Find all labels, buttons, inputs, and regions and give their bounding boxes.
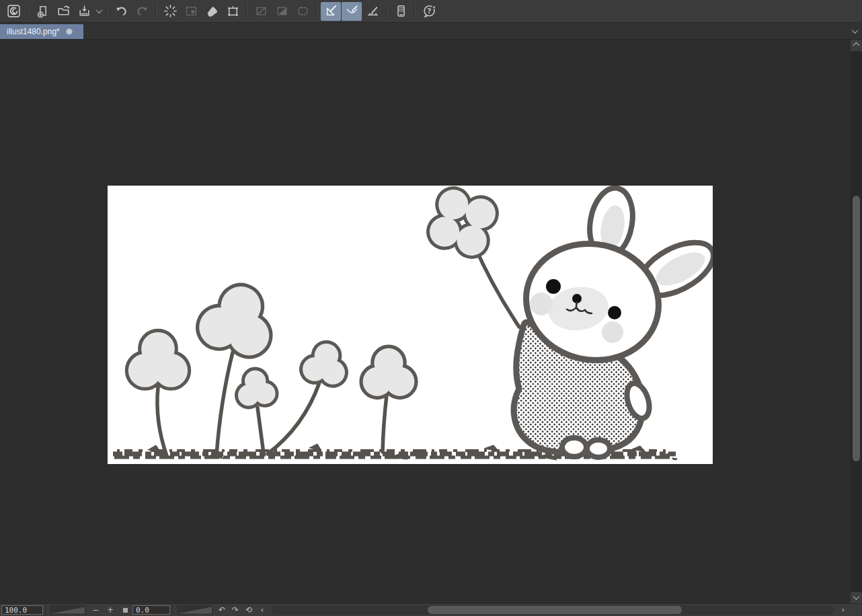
dashed-square-icon: [184, 4, 198, 18]
held-four-leaf-clover: [426, 186, 500, 260]
clear-button[interactable]: [160, 2, 180, 21]
scrollbar-corner: [850, 604, 862, 616]
zoom-slider[interactable]: [50, 605, 86, 615]
statusbar-separator: [172, 605, 173, 615]
chevron-down-icon: [853, 593, 860, 600]
zoom-out-button[interactable]: −: [88, 605, 103, 615]
rotate-right-button[interactable]: ↷: [229, 605, 242, 615]
status-bar: 100.0 − + 0.0 ↶ ↷ ⟲ ‹ ›: [0, 603, 862, 616]
selection-border-button[interactable]: [292, 2, 313, 21]
fill-button[interactable]: [202, 2, 222, 21]
reset-rotation-button[interactable]: ⟲: [242, 605, 256, 615]
open-folder-icon: [56, 4, 71, 18]
tab-label: illust1480.png*: [7, 27, 60, 36]
statusbar-separator: [45, 605, 46, 615]
open-file-button[interactable]: [53, 2, 73, 21]
tab-list-button[interactable]: [849, 26, 860, 36]
square-icon: [123, 608, 128, 613]
new-file-button[interactable]: [32, 2, 52, 21]
scroll-left-button[interactable]: ‹: [256, 605, 269, 615]
horizontal-scroll-thumb[interactable]: [428, 606, 682, 614]
toolbar-separator: [246, 3, 247, 20]
zoom-value-field[interactable]: 100.0: [1, 605, 43, 615]
scroll-up-button[interactable]: [851, 40, 862, 51]
invert-selection-icon: [275, 4, 289, 18]
deselect-icon: [254, 4, 268, 18]
rotation-value-field[interactable]: 0.0: [132, 605, 170, 615]
tab-illust1480[interactable]: illust1480.png*: [0, 24, 83, 39]
undo-arrow-icon: [114, 4, 128, 18]
snap-to-grid-button[interactable]: [362, 2, 383, 21]
chevron-down-icon: [95, 7, 102, 13]
chevron-up-icon: [853, 42, 860, 49]
snap-to-ruler-button[interactable]: [321, 2, 341, 21]
new-document-icon: [36, 4, 50, 18]
fill-wedge-icon: [205, 4, 219, 18]
toolbar-separator: [155, 3, 157, 20]
save-icon: [77, 4, 91, 18]
actual-size-button[interactable]: [118, 605, 132, 615]
smartphone-icon: [394, 4, 408, 18]
save-file-button[interactable]: [74, 2, 94, 21]
clear-outside-selection-button[interactable]: [181, 2, 201, 21]
toolbar-separator: [106, 3, 108, 20]
clover-group: [128, 278, 415, 407]
scroll-down-button[interactable]: [851, 592, 862, 603]
undo-button[interactable]: [111, 2, 131, 21]
csp-swirl-icon: [7, 4, 21, 18]
document-tab-bar: illust1480.png*: [0, 23, 862, 40]
canvas-area[interactable]: [0, 40, 862, 603]
redo-arrow-icon: [135, 4, 149, 18]
companion-mode-button[interactable]: [391, 2, 411, 21]
burst-icon: [163, 4, 178, 18]
rabbit-foot: [562, 438, 586, 457]
rabbit-foot: [587, 440, 610, 457]
toolbar-separator: [414, 3, 416, 20]
help-bubble-icon: ?: [422, 4, 436, 18]
toolbar-separator: [386, 3, 387, 20]
app-logo[interactable]: [3, 2, 24, 21]
transform-frame-icon: [226, 4, 240, 18]
snap-to-special-ruler-button[interactable]: [342, 2, 362, 21]
invert-selection-button[interactable]: [272, 2, 292, 21]
illustration-svg: [108, 186, 713, 464]
wedge-slider-icon: [50, 605, 86, 615]
horizontal-scrollbar[interactable]: [272, 605, 834, 615]
selection-border-icon: [296, 4, 310, 18]
toolbar-separator: [28, 3, 29, 20]
modified-dot-icon: [66, 28, 73, 35]
snap-grid-icon: [366, 4, 380, 18]
snap-ruler-icon: [324, 4, 338, 18]
help-button[interactable]: ?: [419, 2, 439, 21]
svg-text:?: ?: [427, 7, 431, 15]
scale-rotate-button[interactable]: [223, 2, 243, 21]
vertical-scrollbar[interactable]: [851, 40, 862, 603]
zoom-in-button[interactable]: +: [103, 605, 118, 615]
canvas-image[interactable]: [108, 186, 713, 464]
command-toolbar: ?: [0, 0, 862, 23]
toolbar-separator: [316, 3, 317, 20]
redo-button[interactable]: [132, 2, 152, 21]
rotate-left-button[interactable]: ↶: [215, 605, 229, 615]
save-dropdown-button[interactable]: [95, 2, 103, 21]
vertical-scroll-thumb[interactable]: [853, 196, 860, 461]
rabbit-figure: [514, 186, 713, 457]
scroll-right-button[interactable]: ›: [836, 605, 850, 615]
rotation-slider[interactable]: [177, 605, 213, 615]
wedge-slider-icon: [177, 605, 213, 615]
app-window: ? illust1480.png*: [0, 0, 862, 616]
chevron-down-icon: [851, 27, 858, 34]
deselect-button[interactable]: [251, 2, 271, 21]
snap-special-ruler-icon: [345, 4, 359, 18]
